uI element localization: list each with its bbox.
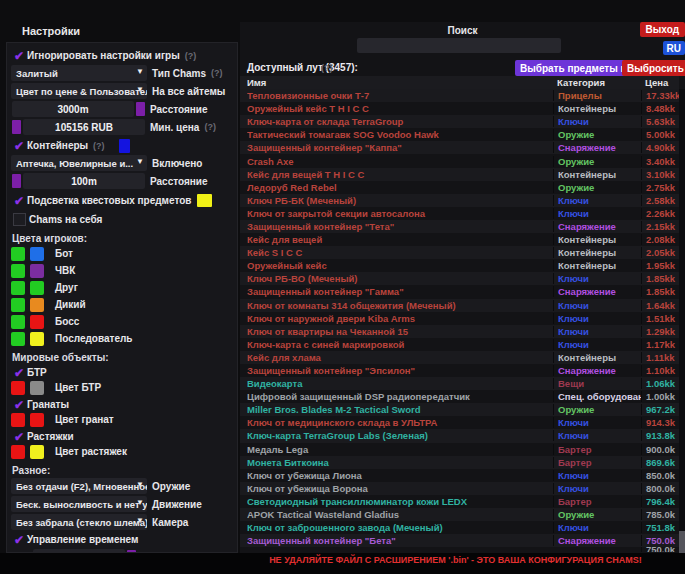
containers-distance-slider[interactable]: 100m (23, 173, 145, 189)
world-color-swatch-1[interactable] (11, 413, 25, 427)
loot-table-row[interactable]: Защищенный контейнер "Тета"Снаряжение2.1… (240, 220, 679, 233)
item-name: Ключ-карта с синей маркировкой (247, 339, 553, 350)
loot-table-row[interactable]: Ключ-карта TerraGroup Labs (Зеленая)Ключ… (240, 429, 679, 442)
distance-color-swatch[interactable] (136, 102, 145, 116)
loot-table-row[interactable]: Ключ от убежища ВоронаКлючи800.0k (240, 482, 679, 495)
loot-table-row[interactable]: Ключ-карта от склада TerraGroupКлючи5.63… (240, 115, 679, 128)
world-color-swatch-2[interactable] (30, 413, 44, 427)
loot-table-row[interactable]: Светодиодный трансиллюминатор кожи LEDXБ… (240, 495, 679, 508)
item-name: Светодиодный трансиллюминатор кожи LEDX (247, 496, 553, 507)
world-color-row: Цвет растяжек (11, 444, 237, 459)
quest-color-swatch[interactable] (197, 194, 212, 207)
loot-table-row[interactable]: Защищенный контейнер "Каппа"Снаряжение4.… (240, 141, 679, 154)
world-color-swatch-2[interactable] (30, 381, 44, 395)
item-price: 785.0k (641, 509, 679, 520)
loot-table-row[interactable]: Ключ от комнаты 314 общежития (Меченый)К… (240, 299, 679, 312)
containers-color-swatch[interactable] (119, 139, 130, 153)
loot-panel: Поиск Выход RU Доступный лут (3457): (?)… (240, 22, 685, 553)
containers-filter-dropdown[interactable]: Аптечка, Ювелирные и... ▼ (11, 155, 147, 171)
world-color-swatch-1[interactable] (11, 445, 25, 459)
help-icon[interactable]: (?) (211, 68, 223, 78)
column-name[interactable]: Имя (247, 77, 553, 88)
player-color-swatch-2[interactable] (30, 281, 44, 295)
loot-table-row[interactable]: Защищенный контейнер "Бета"Снаряжение750… (240, 534, 679, 547)
player-color-swatch-1[interactable] (11, 298, 25, 312)
loot-table-row[interactable]: Цифровой защищенный DSP радиопередатчикС… (240, 390, 679, 403)
loot-table-row[interactable]: Тепловизионные очки Т-7Прицелы17.33kk (240, 89, 679, 102)
world-color-swatch-2[interactable] (30, 445, 44, 459)
checkbox-Растяжки[interactable]: ✔Растяжки (11, 429, 237, 444)
loot-table-row[interactable]: Ключ от убежища ЛионаКлючи850.0k (240, 469, 679, 482)
exit-button[interactable]: Выход (640, 22, 685, 37)
loot-table-row[interactable]: Кейс S I C CКонтейнеры2.05kk (240, 246, 679, 259)
help-icon[interactable]: (?) (321, 63, 333, 73)
player-color-swatch-1[interactable] (11, 332, 25, 346)
loot-table-row[interactable]: Crash AxeОружие3.40kk (240, 154, 679, 167)
loot-table-row[interactable]: Оружейный кейсКонтейнеры1.95kk (240, 259, 679, 272)
loot-table-row[interactable]: Ключ от наружной двери Kiba ArmsКлючи1.5… (240, 312, 679, 325)
checkbox-containers[interactable]: ✔ Контейнеры (?) (11, 138, 237, 153)
player-color-swatch-2[interactable] (30, 247, 44, 261)
player-color-swatch-2[interactable] (30, 332, 44, 346)
player-color-swatch-2[interactable] (30, 264, 44, 278)
loot-table-row[interactable]: APOK Tactical Wasteland GladiusОружие785… (240, 508, 679, 521)
loot-table-row[interactable]: Ключ РБ-БК (Меченый)Ключи2.58kk (240, 194, 679, 207)
loot-table-row[interactable]: Монета БиткоинаБартер869.6k (240, 456, 679, 469)
checkbox-Гранаты[interactable]: ✔Гранаты (11, 397, 237, 412)
help-icon[interactable]: (?) (185, 51, 197, 61)
world-color-swatch-1[interactable] (11, 381, 25, 395)
loot-table-row[interactable]: Защищенный контейнер "Гамма"Снаряжение1.… (240, 285, 679, 298)
loot-table-row[interactable]: Ключ от квартиры на Чеканной 15Ключи1.29… (240, 325, 679, 338)
player-color-swatch-1[interactable] (11, 281, 25, 295)
loot-table-row[interactable]: Тактический томагавк SOG Voodoo HawkОруж… (240, 128, 679, 141)
item-category: Снаряжение (553, 221, 641, 232)
loot-table-row-partial[interactable]: 750.0k (240, 547, 679, 552)
weapon-misc-dropdown[interactable]: Без отдачи (F2), Мгновенное п ▼ (11, 478, 147, 494)
help-icon[interactable]: (?) (93, 141, 105, 151)
item-name: Оружейный кейс (247, 260, 553, 271)
drop-all-button[interactable]: Выбросить все (622, 60, 685, 76)
loot-table-row[interactable]: Ключ-карта с синей маркировкойКлючи1.17k… (240, 338, 679, 351)
loot-table-row[interactable]: Ключ РБ-ВО (Меченый)Ключи1.85kk (240, 272, 679, 285)
world-objects-title: Мировые объекты: (12, 352, 237, 363)
checkbox-quest-highlight[interactable]: ✔ Подсветка квестовых предметов (11, 193, 237, 208)
loot-table-row[interactable]: Ключ от медицинского склада в УЛЬТРАКлюч… (240, 416, 679, 429)
loot-table-row[interactable]: Медаль LegaБартер900.0k (240, 443, 679, 456)
all-items-mode-dropdown[interactable]: Цвет по цене & Пользователь ▼ (11, 83, 147, 99)
loot-table-row[interactable]: Кейс для хламаКонтейнеры1.11kk (240, 351, 679, 364)
loot-table-row[interactable]: Ключ от закрытой секции автосалонаКлючи2… (240, 207, 679, 220)
chams-type-dropdown[interactable]: Залитый ▼ (11, 65, 147, 81)
player-color-swatch-1[interactable] (11, 264, 25, 278)
min-price-color-swatch[interactable] (12, 120, 21, 134)
loot-table-row[interactable]: ВидеокартаВещи1.06kk (240, 377, 679, 390)
loot-table-row[interactable]: Ледоруб Red RebelОружие2.75kk (240, 181, 679, 194)
loot-table-row[interactable]: Защищенный контейнер "Эпсилон"Снаряжение… (240, 364, 679, 377)
loot-table-row[interactable]: Ключ от заброшенного завода (Меченый)Клю… (240, 521, 679, 534)
column-category[interactable]: Категория (553, 77, 641, 88)
movement-misc-dropdown[interactable]: Беск. выносливость и нет уста ▼ (11, 496, 147, 512)
loot-table-row[interactable]: Кейс для вещейКонтейнеры2.08kk (240, 233, 679, 246)
loot-table-row[interactable]: Оружейный кейс T H I C CКонтейнеры8.48kk (240, 102, 679, 115)
search-input[interactable] (357, 38, 561, 53)
scrollbar-thumb[interactable] (679, 531, 685, 553)
camera-misc-dropdown[interactable]: Без забрала (стекло шлема) ▼ (11, 514, 147, 530)
scrollbar[interactable] (679, 89, 685, 553)
checkmark-icon: ✔ (11, 140, 27, 152)
help-icon[interactable]: (?) (204, 122, 216, 132)
player-color-swatch-2[interactable] (30, 298, 44, 312)
min-price-slider[interactable]: 105156 RUB (23, 119, 145, 135)
player-color-swatch-1[interactable] (11, 247, 25, 261)
loot-table-row[interactable]: Кейс для вещей T H I C CКонтейнеры3.10kk (240, 168, 679, 181)
containers-distance-color-swatch[interactable] (12, 174, 21, 188)
loot-table-row[interactable]: Miller Bros. Blades M-2 Tactical SwordОр… (240, 403, 679, 416)
column-price[interactable]: Цена (641, 77, 679, 88)
checkbox-БТР[interactable]: ✔БТР (11, 365, 237, 380)
checkbox-time-control[interactable]: ✔ Управление временем (11, 532, 237, 547)
item-category: Снаряжение (553, 535, 641, 546)
player-color-swatch-1[interactable] (11, 315, 25, 329)
items-distance-slider[interactable]: 3000m (12, 101, 134, 117)
player-color-swatch-2[interactable] (30, 315, 44, 329)
language-button[interactable]: RU (663, 41, 685, 55)
checkbox-chams-self[interactable]: Chams на себя (11, 212, 237, 227)
checkbox-ignore-game-settings[interactable]: ✔ Игнорировать настройки игры (?) (11, 48, 237, 63)
